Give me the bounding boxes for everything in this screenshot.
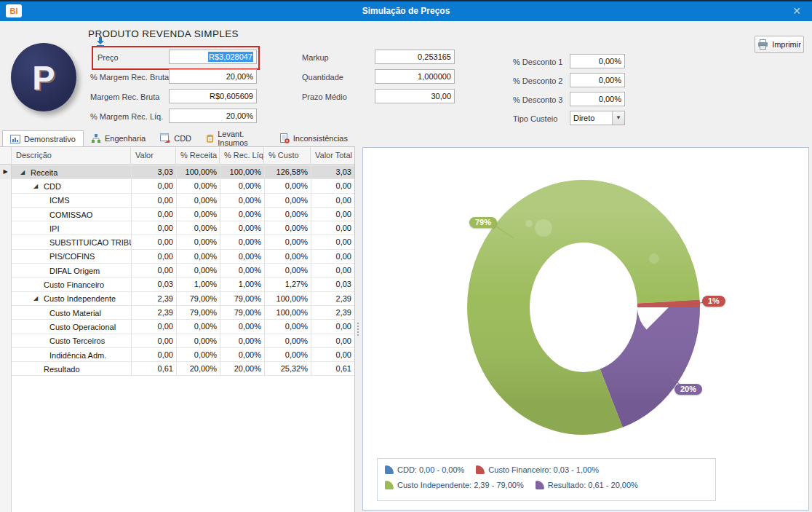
slice-label-custo-financeiro: 1% [702, 296, 725, 307]
table-row[interactable]: Resultado0,6120,00%20,00%25,32%0,61 [0, 362, 354, 376]
row-value-cell: 0,00 [131, 208, 176, 221]
row-description-cell: ◢CDD [12, 179, 131, 193]
column-header[interactable]: % Rec. Líq... [220, 147, 264, 165]
legend-item: Custo Independente: 2,39 - 79,00% [385, 480, 524, 490]
table-row[interactable]: PIS/COFINS0,000,00%0,00%0,00%0,00 [0, 250, 354, 264]
tab-strip: Demonstrativo Engenharia CDD [0, 130, 355, 146]
desconto3-label: % Desconto 3 [513, 92, 562, 107]
table-row[interactable]: ◢Custo Independente2,3979,00%79,00%100,0… [0, 292, 354, 306]
table-row[interactable]: IPI0,000,00%0,00%0,00%0,00 [0, 221, 354, 235]
desconto2-field[interactable]: 0,00% [570, 73, 625, 87]
row-value-cell: 1,27% [264, 277, 311, 291]
close-icon[interactable]: ✕ [789, 4, 805, 19]
table-row[interactable]: ICMS0,000,00%0,00%0,00%0,00 [0, 194, 354, 208]
row-value-cell: 1,00% [220, 277, 264, 291]
table-row[interactable]: Custo Operacional0,000,00%0,00%0,00%0,00 [0, 320, 354, 334]
tipo-custeio-label: Tipo Custeio [513, 111, 557, 126]
row-label: COMISSAO [49, 208, 92, 221]
column-header[interactable]: Valor Total [311, 147, 354, 165]
row-value-cell: 0,00 [131, 179, 176, 193]
slice-label-custo-independente: 79% [469, 217, 497, 228]
table-row[interactable]: Custo Financeiro0,031,00%1,00%1,27%0,03 [0, 277, 354, 291]
row-value-cell: 2,39 [131, 292, 176, 306]
row-value-cell: 0,00% [220, 179, 264, 193]
desconto1-field[interactable]: 0,00% [570, 54, 625, 68]
legend-label: Resultado: 0,61 - 20,00% [548, 481, 638, 489]
row-label: Custo Operacional [49, 320, 116, 334]
expand-collapse-icon[interactable]: ◢ [20, 166, 31, 179]
tab-engenharia[interactable]: Engenharia [84, 130, 153, 146]
column-header[interactable]: % Receita [176, 147, 220, 165]
tab-levant-insumos[interactable]: Levant. Insumos [199, 130, 272, 146]
row-indicator-cell [0, 208, 12, 221]
row-description-cell: COMISSAO [12, 208, 131, 221]
margem-liq-pct-field[interactable]: 20,00% [169, 109, 257, 123]
row-description-cell: Resultado [12, 362, 131, 376]
donut-chart[interactable] [363, 148, 808, 510]
tipo-custeio-select[interactable]: Direto ▼ [570, 111, 625, 125]
tab-label: Engenharia [105, 134, 146, 143]
margem-bruta-field[interactable]: R$0,605609 [169, 89, 257, 103]
row-value-cell: 0,00 [311, 194, 354, 208]
row-value-cell: 0,00% [220, 194, 264, 208]
chart-grid-icon [10, 134, 20, 144]
row-value-cell: 79,00% [176, 306, 220, 320]
row-value-cell: 0,00% [264, 250, 311, 264]
table-row[interactable]: ▶◢Receita3,03100,00%100,00%126,58%3,03 [0, 165, 354, 179]
legend-label: CDD: 0,00 - 0,00% [397, 465, 464, 474]
chevron-down-icon[interactable]: ▼ [612, 111, 624, 125]
preco-field[interactable]: R$3,028047 [169, 50, 257, 64]
expand-collapse-icon[interactable]: ◢ [33, 180, 44, 193]
table-row[interactable]: COMISSAO0,000,00%0,00%0,00%0,00 [0, 208, 354, 221]
row-value-cell: 0,00% [220, 264, 264, 277]
column-header[interactable]: % Custo [264, 147, 311, 165]
prazo-medio-field[interactable]: 30,00 [375, 89, 455, 103]
row-value-cell: 0,61 [131, 362, 176, 376]
row-value-cell: 0,00% [220, 235, 264, 249]
row-value-cell: 0,00% [176, 179, 220, 193]
tab-inconsistencias[interactable]: Inconsistências [272, 130, 355, 146]
table-row[interactable]: DIFAL Origem0,000,00%0,00%0,00%0,00 [0, 264, 354, 277]
quantidade-field[interactable]: 1,000000 [375, 69, 455, 84]
page-title: PRODUTO REVENDA SIMPLES [88, 28, 239, 39]
legend-item: CDD: 0,00 - 0,00% [385, 465, 464, 475]
row-value-cell: 0,00 [131, 235, 176, 249]
table-row[interactable]: Custo Terceiros0,000,00%0,00%0,00%0,00 [0, 334, 354, 348]
row-value-cell: 126,58% [264, 165, 311, 179]
row-description-cell: Indidência Adm. [12, 348, 131, 362]
print-button[interactable]: Imprimir [755, 36, 804, 53]
row-indicator-cell [0, 277, 12, 291]
expand-collapse-icon[interactable]: ◢ [33, 292, 44, 305]
preco-label: Preço [97, 50, 119, 65]
table-row[interactable]: Indidência Adm.0,000,00%0,00%0,00%0,00 [0, 348, 354, 362]
row-value-cell: 25,32% [264, 362, 311, 376]
row-value-cell: 0,00% [264, 235, 311, 249]
row-indicator-cell [0, 362, 12, 376]
table-row[interactable]: Custo Material2,3979,00%79,00%100,00%2,3… [0, 306, 354, 320]
desconto3-field[interactable]: 0,00% [570, 92, 625, 106]
avatar: P [11, 43, 76, 111]
row-value-cell: 0,61 [311, 362, 354, 376]
row-value-cell: 0,00% [176, 264, 220, 277]
row-value-cell: 0,00 [131, 320, 176, 334]
table-row[interactable]: ◢CDD0,000,00%0,00%0,00%0,00 [0, 179, 354, 193]
row-value-cell: 79,00% [220, 292, 264, 306]
column-header[interactable]: Valor [131, 147, 176, 165]
tab-demonstrativo[interactable]: Demonstrativo [2, 130, 84, 146]
row-value-cell: 0,00% [264, 194, 311, 208]
margem-bruta-pct-field[interactable]: 20,00% [169, 69, 257, 84]
column-header[interactable]: Descrição [12, 147, 131, 165]
tab-cdd[interactable]: CDD [153, 130, 199, 146]
row-value-cell: 0,00 [311, 179, 354, 193]
row-value-cell: 0,00% [220, 208, 264, 221]
gloss-bubble [535, 219, 552, 237]
table-row[interactable]: SUBSTITUICAO TRIBU...0,000,00%0,00%0,00%… [0, 235, 354, 249]
row-value-cell: 79,00% [176, 292, 220, 306]
window-title: Simulação de Preços [0, 1, 812, 21]
panel-splitter[interactable] [355, 146, 362, 512]
import-arrow-icon[interactable] [95, 36, 106, 48]
row-value-cell: 0,00 [131, 264, 176, 277]
row-indicator-cell [0, 320, 12, 334]
row-value-cell: 20,00% [176, 362, 220, 376]
markup-field[interactable]: 0,253165 [375, 50, 455, 64]
